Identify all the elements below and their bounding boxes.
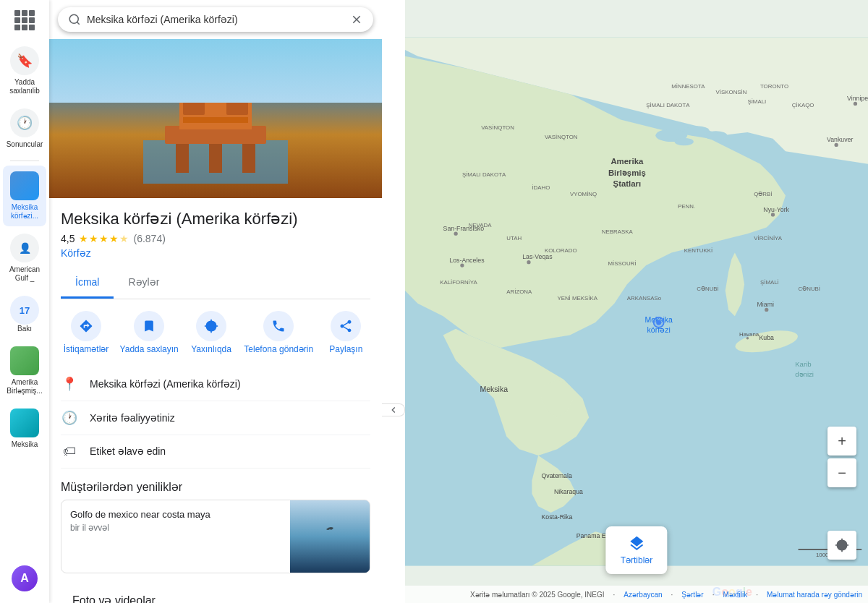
svg-text:Vankuver: Vankuver	[827, 136, 853, 143]
svg-rect-10	[183, 100, 205, 115]
share-button[interactable]: Paylaşın	[324, 311, 367, 356]
current-location-button[interactable]	[827, 531, 856, 560]
zoom-in-button[interactable]: +	[827, 427, 856, 456]
directions-button[interactable]: İstiqamətlər	[64, 311, 109, 356]
meksika-thumbnail	[10, 171, 39, 200]
place-type: Körfəz	[61, 247, 370, 259]
sidebar: 🔖 Yadda saxlanılib 🕐 Sonuncular Meksika …	[0, 0, 49, 603]
info-row-address[interactable]: 📍 Meksika körfəzi (Amerika körfəzi)	[61, 367, 370, 401]
phone-send-button[interactable]: Telefona göndərin	[244, 311, 313, 356]
collapse-panel-button[interactable]	[382, 403, 405, 416]
info-row-label[interactable]: 🏷 Etiket əlavə edin	[61, 435, 370, 469]
sidebar-item-american-gulf[interactable]: 👤 American Gulf _	[3, 228, 46, 288]
footer-terms[interactable]: Şərtlər	[681, 591, 703, 599]
tab-icmal[interactable]: İcmal	[61, 268, 114, 299]
map-container[interactable]: Amerika Birləşmiş Ştatları Meksika Meksi…	[405, 0, 868, 603]
search-button[interactable]	[68, 13, 81, 26]
hero-image	[49, 39, 382, 198]
sky-gradient	[49, 39, 382, 103]
svg-point-53	[454, 232, 458, 236]
place-type-link[interactable]: Körfəz	[61, 247, 91, 259]
clock-icon: 🕐	[61, 410, 78, 426]
svg-text:KENTUKKİ: KENTUKKİ	[684, 247, 712, 254]
svg-point-18	[675, 138, 694, 146]
main-panel: Meksika körfəzi (Amerika körfəzi) 4,5 ★ …	[49, 0, 382, 603]
save-button[interactable]: Yadda saxlayın	[120, 311, 179, 356]
sidebar-item-recent-label: Sonuncular	[7, 140, 43, 149]
place-name: Meksika körfəzi (Amerika körfəzi)	[61, 210, 370, 228]
save-label: Yadda saxlayın	[120, 344, 179, 356]
save-icon	[134, 311, 164, 341]
user-avatar[interactable]: A	[12, 565, 38, 591]
svg-text:Panama: Panama	[576, 532, 600, 539]
stars: ★ ★ ★ ★ ★	[79, 233, 129, 244]
photos-section: Foto və videolar	[49, 582, 382, 603]
layers-icon	[628, 535, 645, 552]
info-section: 📍 Meksika körfəzi (Amerika körfəzi) 🕐 Xə…	[49, 367, 382, 469]
sidebar-item-recent[interactable]: 🕐 Sonuncular	[3, 103, 46, 155]
sidebar-divider-1	[10, 161, 39, 161]
svg-text:MİNNESOTA: MİNNESOTA	[671, 83, 705, 90]
footer-feedback[interactable]: Məlumat harada rəy göndərin	[767, 591, 862, 599]
svg-text:Los-Anceles: Los-Anceles	[449, 257, 485, 264]
rating-number: 4,5	[61, 233, 75, 244]
svg-rect-6	[209, 144, 222, 173]
sidebar-item-amerika[interactable]: Amerika Birləşmiş...	[3, 341, 46, 401]
amerika-thumbnail	[10, 346, 39, 375]
footer-privacy[interactable]: Məxfilik	[723, 591, 747, 599]
svg-text:Nikaraqua: Nikaraqua	[554, 488, 583, 495]
sidebar-item-baki[interactable]: 17 Bakı	[3, 290, 46, 339]
info-label-text: Etiket əlavə edin	[90, 445, 166, 457]
svg-text:Kosta-Rika: Kosta-Rika	[541, 513, 572, 521]
sidebar-item-saved[interactable]: 🔖 Yadda saxlanılib	[3, 40, 46, 101]
update-title: Golfo de mexico near costa maya	[70, 509, 281, 520]
tartiblat-button[interactable]: Tərtiblər	[606, 526, 668, 574]
update-text: Golfo de mexico near costa maya bir il ə…	[61, 500, 290, 573]
tab-reyler[interactable]: Rəylər	[114, 268, 174, 299]
clear-button[interactable]	[350, 13, 363, 26]
svg-text:YENİ MEKSİKA: YENİ MEKSİKA	[557, 295, 597, 302]
svg-text:UTAH: UTAH	[506, 235, 522, 241]
bookmark-icon: 🔖	[10, 46, 39, 75]
footer-copyright: Xəritə məlumatları © 2025 Google, INEGI	[470, 591, 604, 599]
footer-sep1: ·	[613, 591, 616, 599]
share-label: Paylaşın	[329, 344, 362, 356]
svg-point-65	[854, 102, 857, 106]
svg-text:Las-Veqas: Las-Veqas	[522, 253, 553, 260]
baki-badge: 17	[10, 296, 39, 325]
meksika2-thumbnail	[10, 409, 39, 437]
map-controls: + −	[827, 427, 856, 487]
rating-count: (6.874)	[133, 233, 165, 244]
sidebar-item-meksika2[interactable]: Meksika	[3, 403, 46, 455]
svg-text:Vinnipeq: Vinnipeq	[847, 95, 868, 102]
svg-text:San-Fransisko: San-Fransisko	[443, 225, 485, 232]
svg-text:Havana: Havana	[739, 331, 760, 338]
menu-button[interactable]	[10, 6, 39, 35]
svg-text:VİSKONSİN: VİSKONSİN	[716, 89, 747, 95]
zoom-out-button[interactable]: −	[827, 458, 856, 487]
location-crosshair-icon	[835, 538, 849, 552]
info-row-history[interactable]: 🕐 Xəritə fəaliyyətiniz	[61, 401, 370, 435]
history-icon: 🕐	[10, 108, 39, 137]
sidebar-item-meksika[interactable]: Meksika körfəzi...	[3, 166, 46, 226]
footer-az[interactable]: Azərbaycan	[624, 591, 662, 599]
footer-sep3: ·	[712, 591, 715, 599]
svg-point-63	[835, 143, 838, 147]
svg-point-61	[765, 308, 768, 312]
svg-text:VİRCİNİYA: VİRCİNİYA	[754, 235, 783, 241]
update-card[interactable]: Golfo de mexico near costa maya bir il ə…	[61, 500, 370, 573]
action-buttons: İstiqamətlər Yadda saxlayın Yaxınlıqda	[49, 299, 382, 367]
svg-text:Birləşmiş: Birləşmiş	[608, 168, 646, 177]
updates-title: Müştərilərdən yeniliklər	[49, 469, 382, 500]
map-svg: Amerika Birləşmiş Ştatları Meksika Meksi…	[405, 0, 868, 603]
nearby-button[interactable]: Yaxınlıqda	[190, 311, 233, 356]
svg-rect-12	[183, 117, 248, 123]
svg-text:Ştatları: Ştatları	[613, 179, 642, 188]
updates-section: Müştərilərdən yeniliklər Golfo de mexico…	[49, 469, 382, 573]
search-input[interactable]	[87, 14, 344, 25]
tabs: İcmal Rəylər	[61, 268, 370, 299]
svg-text:Karib: Karib	[795, 360, 811, 368]
svg-text:CƏNUBİ: CƏNUBİ	[799, 286, 821, 292]
search-bar	[49, 0, 382, 39]
svg-rect-4	[176, 144, 189, 173]
